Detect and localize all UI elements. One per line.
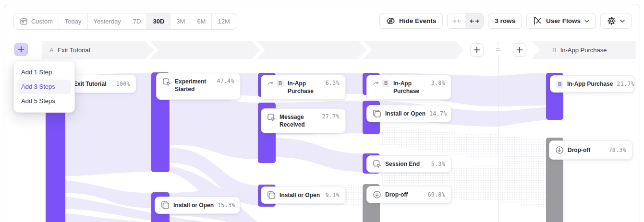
date-range-today[interactable]: Today <box>59 13 88 29</box>
plus-icon <box>18 46 24 53</box>
event-badge-b: B <box>382 80 389 87</box>
menu-item-add-1-step[interactable]: Add 1 Step <box>17 65 71 80</box>
user-flows-icon <box>533 16 542 25</box>
date-range-label: Custom <box>31 18 53 25</box>
plus-icon <box>474 47 480 53</box>
node-card-install-or-open-3[interactable]: Install or Open 9.1% <box>261 187 346 204</box>
add-step-button[interactable] <box>14 43 28 56</box>
add-step-before-b-button[interactable] <box>513 43 526 57</box>
rows-button[interactable]: 3 rows <box>488 13 522 29</box>
step-a-title: Exit Tutorial <box>58 47 90 54</box>
event-badge-b: B <box>277 80 284 87</box>
step-header-a[interactable]: A Exit Tutorial <box>42 41 154 59</box>
approx-icon: ≈ <box>492 45 505 55</box>
node-card-install-or-open-4[interactable]: Install or Open 14.7% <box>366 105 451 122</box>
expand-columns-button[interactable] <box>465 13 483 28</box>
chevron-down-icon <box>584 20 589 23</box>
step-b-prefix: B <box>552 47 557 54</box>
event-icon <box>373 160 381 168</box>
step-header-segment-3 <box>256 41 367 59</box>
date-range-30d[interactable]: 30D <box>147 13 170 29</box>
add-step-menu: Add 1 Step Add 3 Steps Add 5 Steps <box>13 61 75 113</box>
event-badge-b: B <box>556 81 563 88</box>
step-header-b[interactable]: B In-App Purchase <box>531 41 636 59</box>
step-header-segment-2 <box>150 41 260 59</box>
expand-icon <box>470 18 479 24</box>
skip-arrow-icon <box>373 80 380 87</box>
node-card-session-end[interactable]: Session End 5.3% <box>366 155 451 173</box>
section-divider <box>498 41 498 222</box>
node-card-in-app-purchase-3[interactable]: B In-App Purchase 6.3% <box>261 75 346 100</box>
install-icon <box>161 201 170 210</box>
node-card-drop-off-b[interactable]: Drop-off 78.3% <box>549 140 632 160</box>
event-icon <box>162 78 171 86</box>
chart-type-dropdown[interactable]: User Flows <box>526 13 596 29</box>
install-icon <box>373 109 381 118</box>
date-range-3m[interactable]: 3M <box>170 13 191 29</box>
user-flows-app: Custom Today Yesterday 7D 30D 3M 6M 12M … <box>0 0 644 222</box>
chevron-down-icon <box>620 20 625 23</box>
date-range-12m[interactable]: 12M <box>212 13 235 29</box>
toolbar-right: Hide Events 3 rows User Flows <box>379 13 632 29</box>
date-range-7d[interactable]: 7D <box>127 13 147 29</box>
skip-arrow-icon <box>267 80 274 87</box>
collapse-columns-button[interactable] <box>448 13 465 28</box>
date-range-selector: Custom Today Yesterday 7D 30D 3M 6M 12M <box>13 13 236 30</box>
event-icon <box>267 113 276 122</box>
drop-off-icon <box>373 190 381 199</box>
drop-off-icon <box>555 146 564 154</box>
node-card-install-or-open-2[interactable]: Install or Open 15.3% <box>155 197 240 214</box>
hide-events-button[interactable]: Hide Events <box>379 13 443 29</box>
settings-dropdown[interactable] <box>600 13 632 29</box>
plus-icon <box>516 47 523 53</box>
install-icon <box>267 191 276 199</box>
date-range-custom[interactable]: Custom <box>14 13 59 29</box>
gear-icon <box>607 16 616 25</box>
node-card-in-app-purchase-4[interactable]: B In-App Purchase 3.8% <box>366 75 451 100</box>
column-width-control <box>447 13 484 29</box>
node-card-message-received[interactable]: Message Received 27.7% <box>261 108 346 133</box>
date-range-6m[interactable]: 6M <box>191 13 212 29</box>
step-a-prefix: A <box>49 47 54 54</box>
step-b-title: In-App Purchase <box>560 47 607 54</box>
node-card-drop-off-4[interactable]: Drop-off 69.8% <box>366 186 451 203</box>
date-range-yesterday[interactable]: Yesterday <box>88 13 127 29</box>
calendar-icon <box>20 17 28 25</box>
node-card-in-app-purchase-b[interactable]: B In-App Purchase 21.7% <box>550 75 634 93</box>
menu-item-add-3-steps[interactable]: Add 3 Steps <box>17 80 71 94</box>
add-step-end-button[interactable] <box>470 43 484 57</box>
step-header-segment-4 <box>363 41 464 59</box>
menu-item-add-5-steps[interactable]: Add 5 Steps <box>17 94 71 108</box>
node-card-experiment-started[interactable]: Experiment Started 47.4% <box>156 73 241 100</box>
eye-off-icon <box>386 16 395 25</box>
collapse-icon <box>452 18 462 24</box>
